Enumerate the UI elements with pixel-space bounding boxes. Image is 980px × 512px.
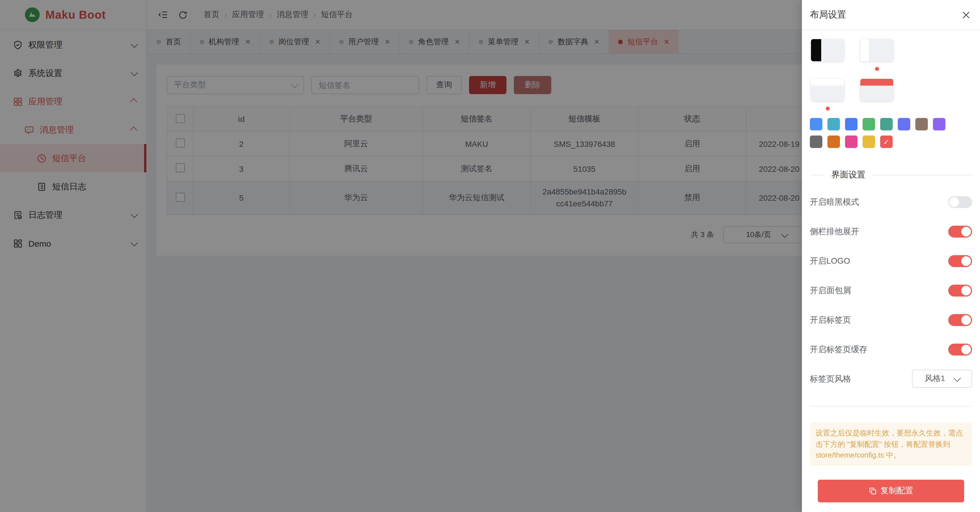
selected-dot-icon bbox=[826, 107, 829, 111]
copy-config-button[interactable]: 复制配置 bbox=[818, 479, 964, 502]
color-swatch[interactable]: ✓ bbox=[810, 135, 822, 148]
layout-thumbnail-dark-sidebar[interactable] bbox=[811, 39, 844, 61]
layout-thumbnail-light-header[interactable] bbox=[811, 79, 844, 101]
close-icon[interactable] bbox=[961, 10, 971, 19]
color-swatch[interactable]: ✓ bbox=[915, 118, 928, 130]
color-swatch[interactable]: ✓ bbox=[845, 135, 858, 148]
drawer-title: 布局设置 bbox=[810, 9, 846, 21]
color-swatch[interactable]: ✓ bbox=[827, 135, 840, 148]
setting-logo: 开启LOGO bbox=[810, 246, 972, 275]
setting-label: 侧栏排他展开 bbox=[810, 226, 859, 237]
app-root: Maku Boot 权限管理 系统设置 应用管理 bbox=[0, 0, 980, 512]
setting-label: 开启LOGO bbox=[810, 256, 850, 266]
tab-style-select[interactable]: 风格1 bbox=[912, 370, 972, 388]
setting-tabs: 开启标签页 bbox=[810, 305, 972, 334]
color-swatch[interactable]: ✓ bbox=[933, 118, 945, 130]
drawer-body: ✓ ✓ ✓ ✓ ✓ ✓ ✓ ✓ ✓ ✓ ✓ ✓ ✓ 界面设置 bbox=[802, 30, 980, 502]
logo-toggle[interactable] bbox=[948, 255, 972, 267]
selected-dot-icon bbox=[875, 67, 879, 71]
copy-icon bbox=[869, 487, 877, 495]
color-swatch[interactable]: ✓ bbox=[845, 118, 858, 130]
breadcrumb-toggle[interactable] bbox=[948, 285, 972, 296]
setting-label: 开启面包屑 bbox=[810, 285, 851, 296]
drawer-header: 布局设置 bbox=[802, 0, 980, 30]
color-swatch[interactable]: ✓ bbox=[827, 118, 840, 130]
interface-settings-divider: 界面设置 bbox=[810, 170, 972, 180]
layout-style-picker bbox=[810, 37, 972, 101]
tabs-toggle[interactable] bbox=[948, 314, 972, 326]
setting-dark-mode: 开启暗黑模式 bbox=[810, 187, 972, 216]
layout-option-dark-sidebar bbox=[811, 39, 844, 61]
setting-tabs-cache: 开启标签页缓存 bbox=[810, 334, 972, 364]
color-swatch[interactable]: ✓ bbox=[880, 118, 892, 130]
tabs-cache-toggle[interactable] bbox=[948, 343, 972, 355]
interface-settings-title: 界面设置 bbox=[831, 170, 865, 180]
setting-label: 开启暗黑模式 bbox=[810, 196, 859, 207]
chevron-down-icon bbox=[954, 374, 961, 381]
layout-settings-drawer: 布局设置 bbox=[802, 0, 980, 512]
color-swatch[interactable]: ✓ bbox=[862, 135, 875, 148]
settings-warning-note: 设置之后仅是临时生效，要想永久生效，需点击下方的 "复制配置" 按钮，将配置替换… bbox=[810, 422, 972, 466]
setting-breadcrumb: 开启面包屑 bbox=[810, 275, 972, 305]
copy-config-label: 复制配置 bbox=[880, 485, 913, 496]
color-swatch[interactable]: ✓ bbox=[810, 118, 822, 130]
layout-thumbnail-primary-header[interactable] bbox=[860, 79, 893, 101]
color-swatch[interactable]: ✓ bbox=[898, 118, 910, 130]
setting-tab-style: 标签页风格 风格1 bbox=[810, 364, 972, 393]
setting-label: 开启标签页 bbox=[810, 315, 851, 325]
theme-color-palette: ✓ ✓ ✓ ✓ ✓ ✓ ✓ ✓ ✓ ✓ ✓ ✓ ✓ bbox=[810, 118, 950, 148]
tab-style-value: 风格1 bbox=[925, 374, 945, 384]
layout-thumbnail-light-sidebar[interactable] bbox=[860, 39, 893, 61]
drawer-divider bbox=[810, 406, 972, 407]
setting-sidebar-accordion: 侧栏排他展开 bbox=[810, 216, 972, 246]
interface-settings: 开启暗黑模式 侧栏排他展开 开启LOGO 开启面包屑 开启标签页 bbox=[810, 187, 972, 393]
setting-label: 标签页风格 bbox=[810, 374, 851, 384]
layout-option-light-header bbox=[811, 79, 844, 101]
color-swatch-selected[interactable]: ✓ bbox=[880, 135, 892, 148]
modal-overlay[interactable] bbox=[0, 0, 802, 512]
check-icon: ✓ bbox=[883, 138, 889, 145]
layout-option-light-sidebar bbox=[860, 39, 893, 61]
layout-option-primary-header bbox=[860, 79, 893, 101]
setting-label: 开启标签页缓存 bbox=[810, 344, 867, 355]
sidebar-accordion-toggle[interactable] bbox=[948, 226, 972, 237]
color-swatch[interactable]: ✓ bbox=[862, 118, 875, 130]
dark-mode-toggle[interactable] bbox=[948, 196, 972, 208]
